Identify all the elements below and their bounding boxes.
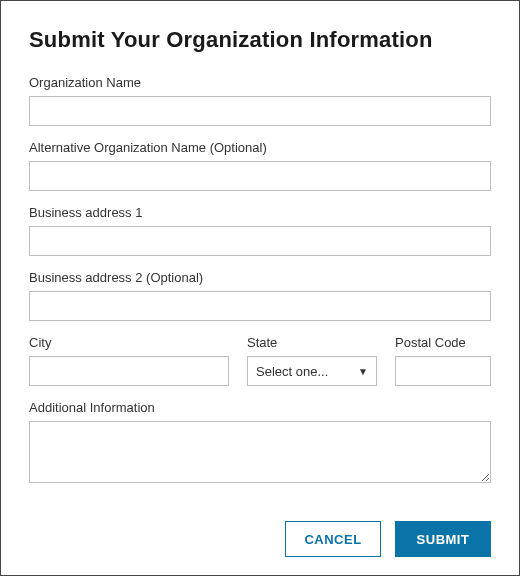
additional-information-textarea[interactable] [29,421,491,483]
field-organization-name: Organization Name [29,75,491,126]
business-address-2-input[interactable] [29,291,491,321]
field-postal-code: Postal Code [395,335,491,386]
alt-organization-name-input[interactable] [29,161,491,191]
field-alt-organization-name: Alternative Organization Name (Optional) [29,140,491,191]
label-alt-organization-name: Alternative Organization Name (Optional) [29,140,491,155]
form-container: Submit Your Organization Information Org… [0,0,520,576]
label-postal-code: Postal Code [395,335,491,350]
field-state: State Select one... ▼ [247,335,377,386]
state-select[interactable]: Select one... ▼ [247,356,377,386]
chevron-down-icon: ▼ [358,366,368,377]
postal-code-input[interactable] [395,356,491,386]
field-business-address-2: Business address 2 (Optional) [29,270,491,321]
state-select-value: Select one... [256,364,328,379]
row-city-state-postal: City State Select one... ▼ Postal Code [29,335,491,386]
label-organization-name: Organization Name [29,75,491,90]
cancel-button[interactable]: CANCEL [285,521,381,557]
label-additional-information: Additional Information [29,400,491,415]
field-city: City [29,335,229,386]
page-title: Submit Your Organization Information [29,27,491,53]
organization-name-input[interactable] [29,96,491,126]
button-row: CANCEL SUBMIT [285,521,491,557]
business-address-1-input[interactable] [29,226,491,256]
field-business-address-1: Business address 1 [29,205,491,256]
city-input[interactable] [29,356,229,386]
label-city: City [29,335,229,350]
label-business-address-1: Business address 1 [29,205,491,220]
label-business-address-2: Business address 2 (Optional) [29,270,491,285]
submit-button[interactable]: SUBMIT [395,521,491,557]
label-state: State [247,335,377,350]
field-additional-information: Additional Information [29,400,491,487]
